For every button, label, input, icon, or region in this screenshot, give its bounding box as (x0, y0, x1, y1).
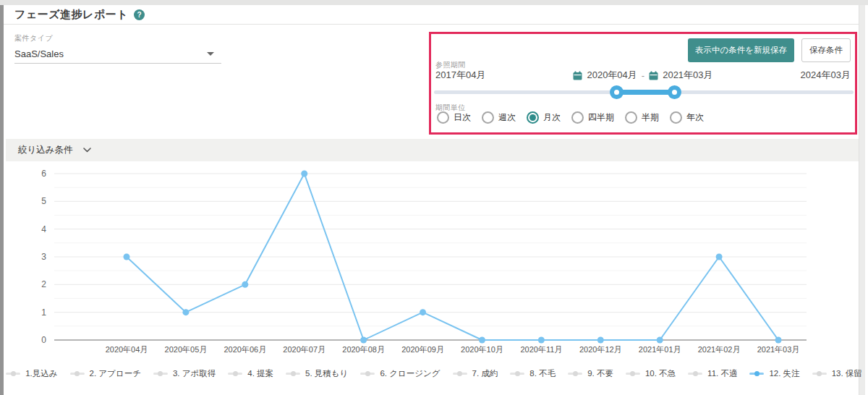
svg-text:0: 0 (41, 335, 46, 345)
reference-period-values: 2017年04月 2020年04月 - 2021年03月 202 (435, 69, 851, 82)
legend-item-7[interactable]: 7. 成約 (453, 368, 498, 379)
legend-item-label: 6. クロージング (380, 368, 440, 379)
range-max-value: 2024年03月 (801, 69, 851, 82)
legend-marker-icon (688, 373, 702, 375)
legend-item-3[interactable]: 3. アポ取得 (153, 368, 216, 379)
data-point[interactable] (775, 337, 782, 344)
phase-progress-report-page: フェーズ進捗レポート ? 案件タイプ SaaS/Sales 表示中の条件を新規保… (0, 0, 868, 395)
legend-marker-icon (153, 373, 168, 375)
period-unit-group: 日次週次月次四半期半期年次 (437, 111, 704, 124)
legend-item-9[interactable]: 9. 不要 (568, 368, 613, 379)
chart-legend: 1.見込み2. アプローチ3. アポ取得4. 提案5. 見積もり6. クロージン… (0, 368, 868, 379)
svg-text:3: 3 (41, 252, 46, 262)
legend-item-label: 5. 見積もり (305, 368, 348, 379)
slider-active-range[interactable] (616, 90, 674, 95)
legend-marker-icon (70, 373, 85, 375)
legend-item-12[interactable]: 12. 失注 (749, 368, 799, 379)
svg-text:2020年05月: 2020年05月 (165, 345, 208, 354)
period-unit-radio-2[interactable]: 月次 (527, 111, 561, 124)
range-slider-handle-end[interactable] (668, 85, 681, 99)
help-icon[interactable]: ? (134, 9, 145, 20)
saved-conditions-button[interactable]: 保存条件 (801, 38, 851, 62)
calendar-icon (573, 71, 582, 80)
period-unit-option-label: 月次 (543, 111, 561, 124)
data-point[interactable] (420, 309, 426, 315)
period-unit-radio-3[interactable]: 四半期 (571, 111, 614, 124)
deal-type-select[interactable]: SaaS/Sales (14, 43, 221, 64)
data-point[interactable] (597, 337, 604, 344)
period-unit-radio-4[interactable]: 半期 (625, 111, 659, 124)
data-point[interactable] (124, 254, 130, 260)
svg-text:2020年08月: 2020年08月 (342, 345, 385, 354)
period-unit-radio-0[interactable]: 日次 (437, 111, 471, 124)
svg-text:2021年02月: 2021年02月 (698, 345, 741, 354)
legend-item-4[interactable]: 4. 提案 (228, 368, 273, 379)
data-point[interactable] (182, 309, 189, 315)
legend-marker-icon (812, 373, 827, 375)
period-unit-option-label: 週次 (498, 111, 516, 124)
deal-type-field: 案件タイプ SaaS/Sales (14, 33, 221, 64)
legend-item-label: 3. アポ取得 (173, 368, 216, 379)
window-top-edge (0, 0, 868, 5)
legend-marker-icon (360, 373, 375, 375)
selected-end-date[interactable]: 2021年03月 (663, 69, 712, 82)
data-point[interactable] (242, 281, 248, 288)
data-point[interactable] (657, 337, 663, 344)
radio-icon (670, 111, 682, 124)
legend-item-2[interactable]: 2. アプローチ (70, 368, 141, 379)
legend-item-1[interactable]: 1.見込み (6, 368, 57, 379)
svg-text:6: 6 (41, 169, 46, 179)
svg-text:2020年09月: 2020年09月 (401, 345, 444, 354)
legend-item-label: 4. 提案 (247, 368, 273, 379)
chevron-down-icon (207, 52, 214, 56)
legend-item-11[interactable]: 11. 不適 (688, 368, 737, 379)
svg-text:2020年06月: 2020年06月 (224, 345, 266, 354)
chevron-down-icon (83, 148, 91, 153)
legend-item-label: 10. 不急 (645, 368, 676, 379)
deal-type-label: 案件タイプ (14, 33, 221, 43)
period-unit-option-label: 年次 (686, 111, 704, 124)
legend-item-13[interactable]: 13. 保留 (812, 368, 862, 379)
phase-line-chart[interactable]: 01234562020年04月2020年05月2020年06月2020年07月2… (0, 163, 868, 364)
legend-item-5[interactable]: 5. 見積もり (286, 368, 348, 379)
legend-item-label: 11. 不適 (707, 368, 737, 379)
legend-item-label: 13. 保留 (832, 368, 862, 379)
selected-start-date[interactable]: 2020年04月 (587, 69, 637, 82)
range-slider-handle-start[interactable] (610, 85, 624, 99)
data-point[interactable] (360, 337, 367, 344)
data-point[interactable] (301, 171, 307, 177)
legend-item-label: 12. 失注 (769, 368, 799, 379)
legend-item-label: 8. 不毛 (529, 368, 556, 379)
deal-type-value: SaaS/Sales (14, 48, 64, 59)
narrow-conditions-bar[interactable]: 絞り込み条件 (6, 139, 859, 161)
svg-text:2: 2 (41, 279, 46, 289)
svg-text:5: 5 (41, 196, 46, 206)
period-unit-radio-5[interactable]: 年次 (670, 111, 704, 124)
legend-marker-icon (453, 373, 467, 375)
save-new-conditions-button[interactable]: 表示中の条件を新規保存 (688, 38, 794, 62)
radio-icon (482, 111, 494, 124)
legend-item-label: 9. 不要 (587, 368, 613, 379)
legend-item-8[interactable]: 8. 不毛 (510, 368, 556, 379)
legend-item-10[interactable]: 10. 不急 (626, 368, 676, 379)
period-unit-option-label: 日次 (454, 111, 471, 124)
svg-text:1: 1 (41, 307, 46, 318)
period-unit-radio-1[interactable]: 週次 (482, 111, 516, 124)
legend-marker-icon (286, 373, 300, 375)
data-point[interactable] (538, 337, 545, 344)
svg-text:4: 4 (41, 224, 46, 234)
period-unit-option-label: 半期 (642, 111, 659, 124)
data-point[interactable] (716, 254, 723, 260)
legend-marker-icon (626, 373, 640, 375)
radio-icon (625, 111, 637, 124)
panel-buttons: 表示中の条件を新規保存 保存条件 (688, 38, 851, 62)
legend-marker-icon (228, 373, 242, 375)
data-point[interactable] (479, 337, 485, 344)
radio-icon (527, 111, 539, 124)
radio-icon (437, 111, 449, 124)
period-range-slider (434, 85, 854, 99)
svg-text:2021年03月: 2021年03月 (757, 345, 800, 354)
svg-text:2020年12月: 2020年12月 (579, 345, 622, 354)
legend-item-6[interactable]: 6. クロージング (360, 368, 440, 379)
period-unit-option-label: 四半期 (588, 111, 614, 124)
